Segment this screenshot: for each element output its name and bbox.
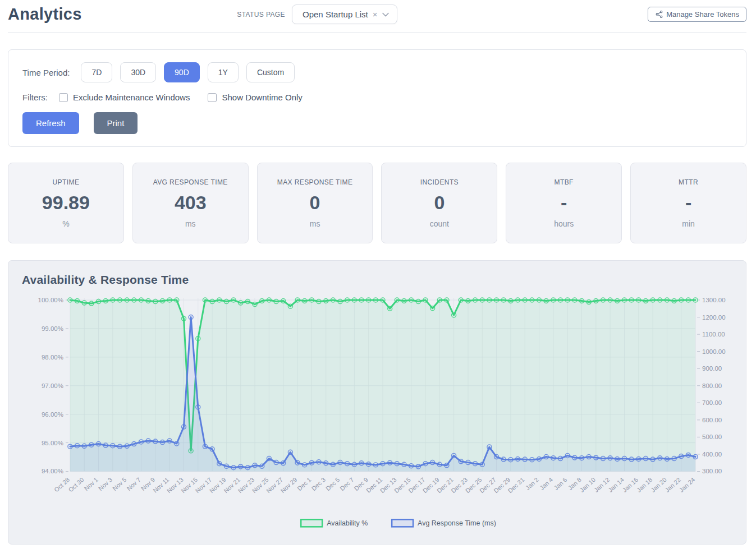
legend-swatch: [301, 519, 322, 527]
x-axis-tick-label: Nov 1: [83, 476, 99, 492]
status-page-dropdown[interactable]: Open Startup List ×: [292, 4, 397, 24]
show-downtime-label: Show Downtime Only: [222, 93, 302, 102]
stats-row: UPTIME 99.89 % AVG RESPONSE TIME 403 ms …: [8, 163, 746, 243]
x-axis-tick-label: Oct 28: [53, 476, 71, 494]
left-axis-tick-label: 95.00%: [42, 440, 63, 446]
x-axis-tick-label: Dec 1: [296, 476, 312, 492]
stat-label: MTBF: [555, 178, 574, 186]
stat-value: 99.89: [42, 192, 90, 214]
status-page-selected-value: Open Startup List: [303, 10, 368, 19]
stat-card-mttr: MTTR - min: [630, 163, 746, 243]
x-axis-tick-label: Jan 14: [607, 476, 625, 494]
time-period-button-7d[interactable]: 7D: [81, 62, 112, 82]
x-axis-tick-label: Jan 2: [524, 476, 540, 491]
stat-unit: min: [682, 219, 695, 228]
right-axis-tick-label: 800.00: [702, 382, 722, 389]
stat-unit: hours: [554, 219, 574, 228]
filters-panel: Time Period: 7D 30D 90D 1Y Custom Filter…: [8, 49, 746, 147]
right-axis-tick-label: 1300.00: [702, 297, 725, 303]
manage-share-tokens-button[interactable]: Manage Share Tokens: [648, 7, 746, 22]
left-axis-tick-label: 96.00%: [42, 411, 63, 418]
x-axis-tick-label: Nov 3: [97, 476, 113, 492]
stat-label: MTTR: [679, 178, 698, 186]
time-period-button-1y[interactable]: 1Y: [208, 62, 239, 82]
x-axis-tick-label: Jan 18: [635, 476, 654, 494]
stat-value: -: [685, 192, 691, 214]
availability-response-chart: 100.00%99.00%98.00%97.00%96.00%95.00%94.…: [22, 293, 732, 534]
stat-value: -: [561, 192, 567, 214]
left-axis-tick-label: 99.00%: [42, 325, 63, 332]
right-axis-tick-label: 600.00: [702, 417, 722, 423]
right-axis-tick-label: 700.00: [702, 399, 722, 406]
time-period-button-30d[interactable]: 30D: [120, 62, 156, 82]
x-axis-tick-label: Jan 16: [621, 476, 640, 494]
right-axis-tick-label: 300.00: [702, 468, 722, 474]
chart-title: Availability & Response Time: [22, 273, 732, 287]
x-axis-tick-label: Jan 24: [678, 476, 697, 494]
x-axis-tick-label: Jan 12: [593, 476, 611, 494]
right-axis-tick-label: 900.00: [702, 365, 722, 372]
x-axis-tick-label: Jan 6: [553, 476, 569, 491]
x-axis-tick-label: Nov 29: [280, 476, 299, 494]
stat-label: MAX RESPONSE TIME: [277, 178, 353, 186]
stat-value: 403: [175, 192, 207, 214]
page-header: Analytics STATUS PAGE Open Startup List …: [8, 4, 746, 33]
stat-value: 0: [434, 192, 445, 214]
stat-unit: %: [62, 219, 69, 228]
stat-label: UPTIME: [53, 178, 80, 186]
right-axis-tick-label: 400.00: [702, 451, 722, 458]
stat-label: INCIDENTS: [420, 178, 459, 186]
share-icon: [655, 10, 663, 19]
x-axis-tick-label: Jan 20: [649, 476, 668, 494]
x-axis-tick-label: Jan 10: [579, 476, 597, 494]
checkbox-icon[interactable]: [59, 93, 68, 102]
chevron-down-icon: [382, 12, 389, 17]
time-period-label: Time Period:: [22, 68, 70, 77]
left-axis-tick-label: 97.00%: [42, 382, 63, 389]
time-period-row: Time Period: 7D 30D 90D 1Y Custom: [22, 62, 732, 82]
exclude-maintenance-label: Exclude Maintenance Windows: [73, 93, 190, 102]
right-axis-tick-label: 1000.00: [702, 348, 725, 355]
stat-card-incidents: INCIDENTS 0 count: [381, 163, 497, 243]
chart-panel: Availability & Response Time 100.00%99.0…: [8, 260, 746, 545]
right-axis-tick-label: 1100.00: [702, 331, 725, 338]
right-axis-tick-label: 1200.00: [702, 314, 725, 321]
legend-label: Avg Response Time (ms): [418, 519, 496, 527]
x-axis-tick-label: Dec 31: [507, 476, 526, 494]
x-axis-tick-label: Jan 4: [538, 476, 554, 491]
show-downtime-checkbox[interactable]: Show Downtime Only: [208, 93, 302, 102]
chart-legend: Availability %Avg Response Time (ms): [301, 519, 496, 527]
stat-unit: ms: [185, 219, 196, 228]
exclude-maintenance-checkbox[interactable]: Exclude Maintenance Windows: [59, 93, 190, 102]
time-period-button-90d[interactable]: 90D: [164, 62, 200, 82]
x-axis-tick-label: Jan 22: [664, 476, 682, 494]
stat-card-mtbf: MTBF - hours: [506, 163, 622, 243]
x-axis-tick-label: Dec 5: [324, 476, 341, 492]
x-axis-tick-label: Nov 7: [126, 476, 142, 492]
status-page-selector-group: STATUS PAGE Open Startup List ×: [237, 4, 397, 24]
clear-selection-icon[interactable]: ×: [373, 10, 378, 19]
checkbox-icon[interactable]: [208, 93, 217, 102]
stat-label: AVG RESPONSE TIME: [153, 178, 228, 186]
stat-card-max-response: MAX RESPONSE TIME 0 ms: [257, 163, 373, 243]
actions-row: Refresh Print: [22, 112, 732, 134]
x-axis-tick-label: Dec 3: [310, 476, 327, 492]
status-page-label: STATUS PAGE: [237, 11, 285, 19]
print-button[interactable]: Print: [94, 112, 138, 134]
time-period-button-custom[interactable]: Custom: [246, 62, 295, 82]
chart-container: 100.00%99.00%98.00%97.00%96.00%95.00%94.…: [22, 293, 732, 536]
stat-unit: count: [430, 219, 449, 228]
stat-value: 0: [310, 192, 320, 214]
refresh-button[interactable]: Refresh: [22, 112, 79, 134]
stat-card-avg-response: AVG RESPONSE TIME 403 ms: [132, 163, 249, 243]
x-axis-tick-label: Oct 30: [67, 476, 85, 494]
legend-swatch: [392, 519, 413, 527]
stat-unit: ms: [310, 219, 320, 228]
left-axis-tick-label: 100.00%: [38, 297, 63, 303]
manage-share-tokens-label: Manage Share Tokens: [666, 10, 739, 19]
filters-label: Filters:: [22, 93, 48, 102]
legend-label: Availability %: [327, 519, 368, 527]
filters-row: Filters: Exclude Maintenance Windows Sho…: [22, 93, 732, 102]
stat-card-uptime: UPTIME 99.89 %: [8, 163, 124, 243]
left-axis-tick-label: 98.00%: [42, 354, 63, 361]
